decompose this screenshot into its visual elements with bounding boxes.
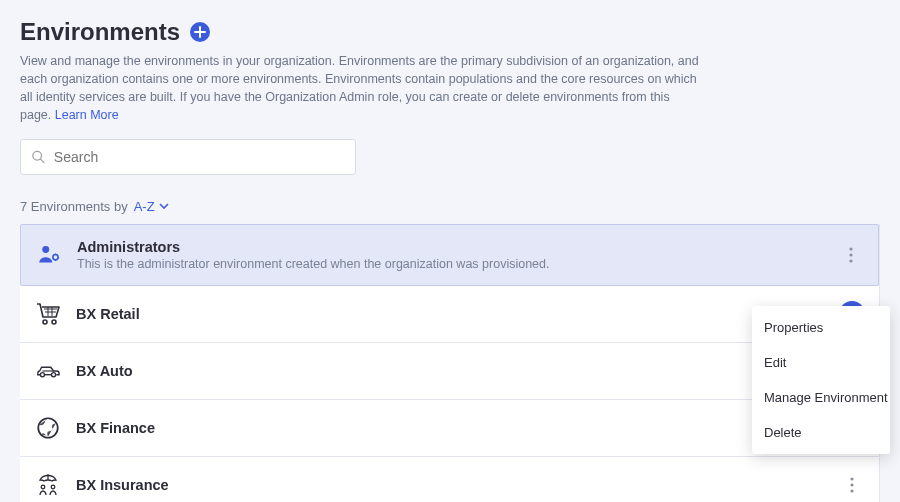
menu-item-edit[interactable]: Edit xyxy=(752,345,890,380)
menu-item-delete[interactable]: Delete xyxy=(752,415,890,450)
svg-point-18 xyxy=(52,372,56,376)
environment-count-label: 7 Environments by xyxy=(20,199,128,214)
more-button[interactable] xyxy=(839,472,865,498)
env-name: BX Insurance xyxy=(76,477,839,493)
description-text: View and manage the environments in your… xyxy=(20,54,699,122)
env-name: BX Auto xyxy=(76,363,839,379)
more-vertical-icon xyxy=(849,247,853,263)
svg-point-4 xyxy=(849,247,852,250)
car-icon xyxy=(34,357,62,385)
more-button[interactable] xyxy=(838,242,864,268)
svg-line-1 xyxy=(40,158,44,162)
globe-icon xyxy=(34,414,62,442)
svg-point-30 xyxy=(850,483,853,486)
menu-item-properties[interactable]: Properties xyxy=(752,310,890,345)
env-subtitle: This is the administrator environment cr… xyxy=(77,257,838,271)
sort-label: A-Z xyxy=(134,199,155,214)
environment-list: Administrators This is the administrator… xyxy=(20,224,880,503)
environment-row-bx-auto[interactable]: BX Auto xyxy=(20,343,879,400)
environment-row-bx-insurance[interactable]: BX Insurance xyxy=(20,457,879,503)
svg-point-5 xyxy=(849,253,852,256)
svg-point-17 xyxy=(40,372,44,376)
insurance-icon xyxy=(34,471,62,499)
svg-point-29 xyxy=(850,477,853,480)
more-vertical-icon xyxy=(850,477,854,493)
context-menu: Properties Edit Manage Environment Delet… xyxy=(752,306,890,454)
svg-point-27 xyxy=(41,485,45,489)
search-input[interactable] xyxy=(54,149,345,165)
environment-row-bx-retail[interactable]: BX Retail xyxy=(20,286,879,343)
env-name: BX Retail xyxy=(76,306,839,322)
page-title: Environments xyxy=(20,18,180,46)
chevron-down-icon xyxy=(159,201,169,211)
cart-icon xyxy=(34,300,62,328)
learn-more-link[interactable]: Learn More xyxy=(55,108,119,122)
search-icon xyxy=(31,149,46,165)
svg-point-11 xyxy=(43,320,47,324)
admin-icon xyxy=(35,241,63,269)
search-field[interactable] xyxy=(20,139,356,175)
environment-row-bx-finance[interactable]: BX Finance xyxy=(20,400,879,457)
svg-point-28 xyxy=(51,485,55,489)
svg-point-12 xyxy=(52,320,56,324)
svg-point-6 xyxy=(849,259,852,262)
plus-icon xyxy=(194,26,206,38)
page-description: View and manage the environments in your… xyxy=(20,52,700,125)
menu-item-manage[interactable]: Manage Environment xyxy=(752,380,890,415)
env-name: Administrators xyxy=(77,239,838,255)
env-name: BX Finance xyxy=(76,420,839,436)
add-environment-button[interactable] xyxy=(190,22,210,42)
environment-row-administrators[interactable]: Administrators This is the administrator… xyxy=(20,224,879,286)
svg-point-31 xyxy=(850,489,853,492)
svg-point-2 xyxy=(42,246,49,253)
sort-dropdown[interactable]: A-Z xyxy=(134,199,169,214)
